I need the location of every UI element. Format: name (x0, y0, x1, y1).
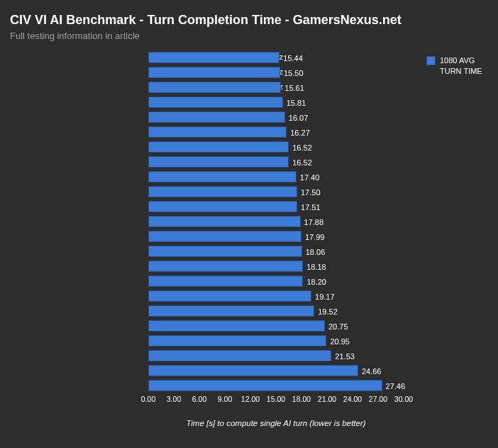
bar: 24.66 (148, 365, 358, 376)
bar-row: AMD TR 1950X 16/32 Stock18.06 (148, 244, 404, 258)
bar-value-label: 16.27 (290, 127, 310, 138)
bar: 15.81 (148, 97, 283, 108)
bar: 15.61 (148, 82, 281, 93)
bar-row: R3 2400G 3.9GHz + 1650MHz24.66 (148, 363, 404, 378)
bar-value-label: 18.20 (306, 276, 326, 288)
bar: 18.06 (148, 246, 302, 257)
bar-row: AMD TR 1920X 12/24 Stock18.20 (148, 273, 404, 288)
bar-value-label: 24.66 (362, 366, 382, 377)
bar-row: Intel i7-7700K 4C/8T Stock16.52 (148, 139, 404, 154)
bar-value-label: 17.99 (305, 231, 325, 243)
x-tick-label: 30.00 (394, 395, 413, 403)
bar: 20.75 (148, 320, 325, 332)
bar-value-label: 19.52 (318, 306, 338, 317)
bar-value-label: 15.50 (284, 67, 304, 79)
bar-value-label: 15.61 (284, 82, 304, 94)
x-tick-label: 12.00 (241, 395, 260, 403)
bar-value-label: 15.81 (287, 97, 306, 109)
bars-group: Intel i7-8700K 6C/12T OC 5GHz15.44Intel … (10, 50, 404, 393)
bar-row: AMD R7 1700 8C/16T 4GHz18.18 (148, 258, 404, 273)
bar: 17.88 (148, 216, 301, 227)
bar-value-label: 17.40 (300, 172, 320, 183)
bar: 17.50 (148, 186, 297, 197)
plot-area: Intel i7-8700K 6C/12T OC 5GHz15.44Intel … (10, 50, 488, 427)
x-tick-label: 21.00 (318, 395, 336, 403)
bar-value-label: 17.88 (304, 217, 324, 228)
bar-value-label: 21.53 (335, 351, 355, 362)
bar: 17.40 (148, 171, 297, 182)
bar: 17.99 (148, 231, 301, 242)
x-tick-label: 0.00 (141, 395, 155, 403)
bar-value-label: 16.52 (292, 157, 312, 168)
chart-container: CIV VI AI Benchmark - Turn Completion Ti… (0, 0, 498, 448)
x-axis-label: Time [s] to compute single AI turn (lowe… (148, 419, 404, 427)
bar-row: Intel i7-8700K 6C/12T OC 5GHz15.44 (148, 50, 404, 65)
bar: 15.50 (148, 67, 280, 78)
bar: 15.44 (148, 52, 280, 63)
x-tick-label: 18.00 (292, 395, 311, 403)
chart-subtitle: Full testing information in article (10, 31, 488, 41)
bar-row: Intel i5-8600K 6C/6T 5GHz15.81 (148, 94, 404, 109)
bar-value-label: 27.46 (386, 381, 406, 392)
bar: 16.27 (148, 126, 287, 138)
bar-row: Intel i5-7600K 4C/4T 4.7GHz15.61 (148, 80, 404, 94)
bar: 17.51 (148, 201, 297, 212)
bar-value-label: 20.75 (328, 321, 348, 332)
x-axis: 0.003.006.009.0012.0015.0018.0021.0024.0… (148, 395, 404, 408)
bar-row: AMD R5 1600X 6C/12T 4.1GHz17.88 (148, 214, 404, 229)
bar: 27.46 (148, 380, 382, 391)
bar-value-label: 17.51 (301, 202, 321, 213)
bar-row: R5 2400G Stock (3200MHz)21.53 (148, 348, 404, 363)
bar-row: Intel i5-8400 6C/6T Stock17.40 (148, 169, 404, 184)
bar: 20.95 (148, 335, 326, 346)
bar-row: Intel i3-8350K 4C/4T Stock17.99 (148, 229, 404, 244)
bar-row: Intel i3-8350K 4C/4T 4.8GHz16.27 (148, 124, 404, 139)
x-tick-label: 6.00 (192, 395, 206, 403)
chart-title: CIV VI AI Benchmark - Turn Completion Ti… (10, 13, 488, 28)
bar-value-label: 16.52 (292, 142, 312, 153)
x-tick-label: 24.00 (343, 395, 362, 403)
bar-row: Intel i5-8600K 6C/6T Stock17.50 (148, 184, 404, 199)
bar-row: Intel i7-7700K 4C/8T 5GHz15.50 (148, 65, 404, 80)
bar-value-label: 15.44 (283, 53, 303, 64)
bar-row: AMD R7 1700 8C/16T Stock20.95 (148, 333, 404, 348)
plot-region: Intel i7-8700K 6C/12T OC 5GHz15.44Intel … (10, 50, 404, 427)
bar: 16.07 (148, 111, 285, 123)
bar-row: R3 2200G (3200MHz CL14)27.46 (148, 378, 404, 393)
x-tick-label: 27.00 (369, 395, 387, 403)
bar: 21.53 (148, 350, 331, 361)
bar-value-label: 18.18 (306, 261, 326, 273)
bar: 16.52 (148, 141, 289, 153)
bar-value-label: 19.17 (315, 291, 335, 302)
bar-row: R5 2400G 3.95GHz + 1600MHz19.52 (148, 303, 404, 318)
x-tick-label: 9.00 (218, 395, 232, 403)
bar: 18.20 (148, 275, 303, 287)
bar-row: AMD R5 1600X 6C/12T Stock19.17 (148, 288, 404, 303)
bar: 16.52 (148, 156, 289, 168)
bar: 19.17 (148, 290, 311, 302)
bar-row: Intel i5-7600K 4C/4T Stock16.52 (148, 154, 404, 169)
x-tick-label: 3.00 (167, 395, 181, 403)
bar-value-label: 16.07 (289, 112, 309, 124)
bar-row: Intel i7-8700K 6C/12T Stock16.07 (148, 109, 404, 124)
bar-row: AMD R3 1300X 4C/4T Stock20.75 (148, 318, 404, 333)
bar-value-label: 17.50 (301, 187, 321, 198)
bar-row: Intel i5-8400 6C/6T Stock 266617.51 (148, 199, 404, 214)
bar-value-label: 18.06 (306, 246, 326, 258)
bar-value-label: 20.95 (330, 336, 350, 347)
bar: 19.52 (148, 305, 314, 317)
x-tick-label: 15.00 (267, 395, 285, 403)
bar: 18.18 (148, 261, 303, 272)
